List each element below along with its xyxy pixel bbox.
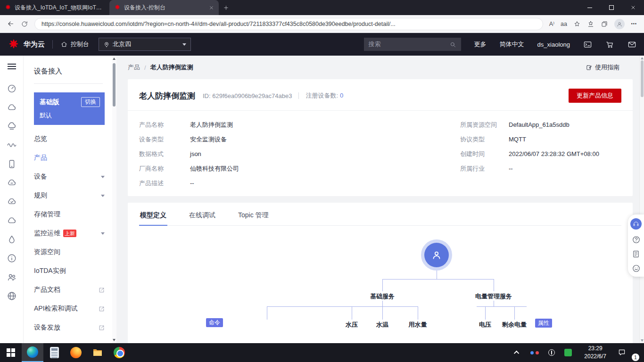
update-product-button[interactable]: 更新产品信息 xyxy=(569,89,621,103)
sidebar-item-device-provisioning[interactable]: 设备发放 xyxy=(24,318,112,337)
sidebar-item-product-docs[interactable]: 产品文档 xyxy=(24,280,112,299)
sidebar-scrollbar[interactable] xyxy=(112,56,116,343)
sidebar-item-api-explorer[interactable]: API检索和调试 xyxy=(24,299,112,318)
url-field[interactable]: https://console.huaweicloud.com/iotdm/?r… xyxy=(34,18,543,30)
taskbar-calculator[interactable] xyxy=(43,343,65,362)
page-scrollbar[interactable] xyxy=(639,56,644,343)
cloud-compute-icon[interactable] xyxy=(7,178,17,188)
browser-tab-background[interactable]: 设备接入_IoTDA_IoT_物联网IoT平台 xyxy=(0,0,109,15)
registered-count[interactable]: 0 xyxy=(340,92,343,99)
tray-expand-icon[interactable] xyxy=(514,351,519,356)
scrollbar-thumb[interactable] xyxy=(113,63,116,107)
tab-online-debug[interactable]: 在线调试 xyxy=(188,210,216,225)
taskbar-firefox[interactable] xyxy=(65,343,87,362)
survey-icon[interactable] xyxy=(632,250,640,258)
breadcrumb-parent[interactable]: 产品 xyxy=(128,63,140,72)
cloud-check-icon[interactable] xyxy=(7,197,17,207)
globe-icon[interactable] xyxy=(7,291,17,301)
mail-icon[interactable] xyxy=(627,40,636,49)
huawei-cloud-brand[interactable]: 华为云 xyxy=(8,38,45,51)
sidebar-item-storage[interactable]: 存储管理 xyxy=(24,205,112,224)
menu-label: 规则 xyxy=(34,191,47,200)
cli-terminal-icon[interactable] xyxy=(583,40,592,49)
collections-icon[interactable] xyxy=(601,20,608,28)
hamburger-menu-icon[interactable] xyxy=(8,62,16,71)
scroll-up-arrow[interactable] xyxy=(641,57,644,59)
taskbar-chrome[interactable] xyxy=(108,343,130,362)
minimize-button[interactable] xyxy=(579,0,601,15)
property-node[interactable]: 水压 xyxy=(346,321,358,329)
scrollbar-thumb[interactable] xyxy=(641,60,644,97)
feedback-smiley-icon[interactable] xyxy=(632,264,641,273)
droplet-icon[interactable] xyxy=(7,234,17,245)
external-link-icon xyxy=(99,325,105,331)
action-center-icon[interactable] xyxy=(618,348,626,357)
property-node[interactable]: 剩余电量 xyxy=(502,321,527,329)
tree-connector xyxy=(437,271,437,279)
sidebar-item-products[interactable]: 产品 xyxy=(24,148,112,167)
refresh-icon[interactable] xyxy=(21,20,28,28)
start-button[interactable] xyxy=(0,343,22,362)
monitor-waves-icon[interactable] xyxy=(7,140,17,150)
notification-count-badge[interactable]: 1 xyxy=(632,354,639,361)
cloud-storage-icon[interactable] xyxy=(7,215,17,226)
close-tab-icon[interactable] xyxy=(209,5,214,10)
taskbar-edge-active[interactable] xyxy=(22,343,43,362)
tree-connector xyxy=(267,306,418,307)
tray-icon-red[interactable] xyxy=(536,351,539,354)
tray-icon-blue[interactable] xyxy=(530,351,534,354)
region-selector[interactable]: 北京四 xyxy=(99,38,191,51)
browser-menu-icon[interactable]: ⋯ xyxy=(631,20,637,27)
username[interactable]: ds_xiaolong xyxy=(537,41,570,48)
product-root-node[interactable] xyxy=(424,243,449,267)
close-window-button[interactable] xyxy=(622,0,644,15)
sidebar-item-overview[interactable]: 总览 xyxy=(24,130,112,148)
menu-label: 产品 xyxy=(34,154,47,162)
cart-icon[interactable] xyxy=(605,40,614,49)
scroll-down-arrow[interactable] xyxy=(641,339,644,342)
browser-tab-active[interactable]: 设备接入-控制台 xyxy=(109,0,219,15)
sidebar-item-iotda-instances[interactable]: IoTDA实例 xyxy=(24,262,112,280)
back-icon[interactable] xyxy=(7,20,15,28)
url-text: https://console.huaweicloud.com/iotdm/?r… xyxy=(41,21,396,27)
property-node[interactable]: 水温 xyxy=(376,321,388,329)
info-circle-icon[interactable] xyxy=(7,253,17,263)
tab-topic-management[interactable]: Topic 管理 xyxy=(237,210,270,225)
help-question-icon[interactable] xyxy=(632,235,641,244)
cloud-server-icon[interactable] xyxy=(7,121,17,132)
read-aloud-icon[interactable]: A⁾ xyxy=(549,20,554,27)
property-node[interactable]: 电压 xyxy=(479,321,491,329)
new-tab-button[interactable] xyxy=(219,0,233,15)
device-tablet-icon[interactable] xyxy=(7,159,17,169)
tray-app-icons[interactable] xyxy=(530,351,539,354)
language-switcher[interactable]: 简体中文 xyxy=(500,40,524,49)
more-menu[interactable]: 更多 xyxy=(474,40,487,49)
sidebar-item-devices[interactable]: 设备 xyxy=(24,167,112,186)
sidebar-item-monitoring[interactable]: 监控运维上新 xyxy=(24,224,112,243)
scroll-up-arrow[interactable] xyxy=(113,58,116,60)
tray-target-icon[interactable] xyxy=(548,349,555,356)
scroll-down-arrow[interactable] xyxy=(113,339,116,341)
taskbar-clock[interactable]: 23:29 2022/6/7 xyxy=(584,345,606,361)
maximize-button[interactable] xyxy=(601,0,622,15)
users-icon[interactable] xyxy=(7,272,17,282)
service-group-power[interactable]: 电量管理服务 xyxy=(475,292,512,301)
favorites-bar-icon[interactable] xyxy=(587,20,594,28)
usage-guide-link[interactable]: 使用指南 xyxy=(586,63,619,72)
tray-ime-icon[interactable] xyxy=(564,349,572,356)
tab-model-definition[interactable]: 模型定义 xyxy=(139,210,167,225)
favorite-star-icon[interactable] xyxy=(573,20,581,28)
property-node[interactable]: 用水量 xyxy=(409,321,427,329)
header-search-input[interactable]: 搜索 xyxy=(364,38,461,51)
taskbar-file-explorer[interactable] xyxy=(87,343,108,362)
support-headset-icon[interactable] xyxy=(630,218,642,230)
dashboard-icon[interactable] xyxy=(7,83,17,94)
sidebar-item-rules[interactable]: 规则 xyxy=(24,186,112,205)
font-size-icon[interactable]: aa xyxy=(561,21,567,27)
browser-profile-avatar[interactable] xyxy=(614,19,625,29)
sidebar-item-resource-spaces[interactable]: 资源空间 xyxy=(24,243,112,262)
service-group-basic[interactable]: 基础服务 xyxy=(370,292,395,301)
cloud-service-icon[interactable] xyxy=(7,102,17,113)
console-home-link[interactable]: 控制台 xyxy=(60,40,89,49)
switch-edition-button[interactable]: 切换 xyxy=(81,97,100,107)
